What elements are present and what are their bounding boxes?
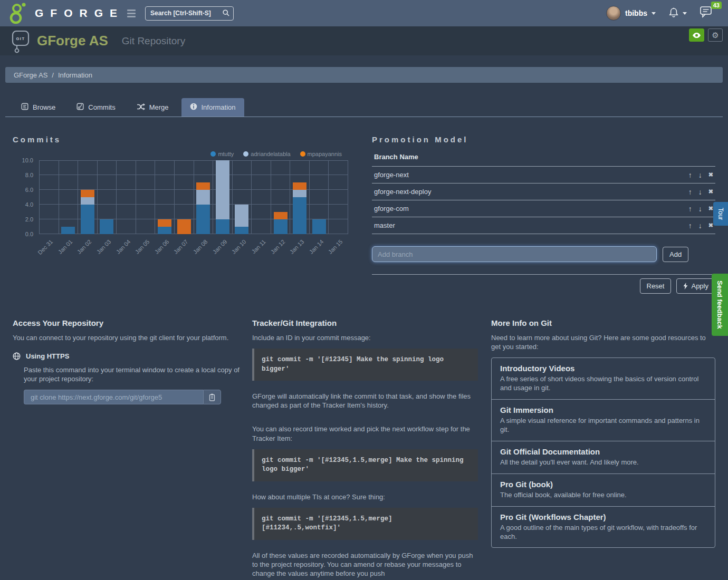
bar-segment-adriandelatabla xyxy=(235,205,248,227)
reset-button[interactable]: Reset xyxy=(640,278,672,294)
bar-segment-mpapayannis xyxy=(158,219,171,227)
remove-branch-icon[interactable]: ✖ xyxy=(708,172,713,178)
tab-label: Commits xyxy=(88,103,115,111)
tab-browse[interactable]: Browse xyxy=(13,98,64,117)
code-block-time-workflow: git commit -m '[#12345,1.5,merge] Make t… xyxy=(252,449,478,481)
avatar xyxy=(606,6,621,21)
hamburger-menu-icon[interactable] xyxy=(125,7,138,20)
tracker-git-section: Tracker/Git Integration Include an ID in… xyxy=(252,318,478,580)
remove-branch-icon[interactable]: ✖ xyxy=(708,189,713,195)
bar-segment-mtutty xyxy=(196,205,210,234)
move-down-icon[interactable]: ↓ xyxy=(698,171,702,179)
information-tab-icon xyxy=(190,103,197,112)
bar-stack xyxy=(158,219,171,234)
settings-button[interactable]: ⚙ xyxy=(708,28,723,42)
move-up-icon[interactable]: ↑ xyxy=(688,171,692,179)
bar-stack xyxy=(293,182,306,234)
apply-button[interactable]: Apply xyxy=(676,278,715,294)
breadcrumb: GForge AS / Information xyxy=(5,67,723,83)
tab-label: Merge xyxy=(149,103,169,111)
access-title: Access Your Repository xyxy=(13,318,243,327)
move-up-icon[interactable]: ↑ xyxy=(688,205,692,212)
tour-tab[interactable]: Tour xyxy=(713,202,728,226)
gforge-logo[interactable]: GFORGE xyxy=(8,2,124,25)
move-down-icon[interactable]: ↓ xyxy=(698,222,702,229)
x-tick-label: Jan 13 xyxy=(289,238,305,255)
x-tick-label: Jan 04 xyxy=(114,238,131,255)
bar-segment-mpapayannis xyxy=(293,182,306,190)
git-resource-link[interactable]: Introductory VideosA free series of shor… xyxy=(492,358,715,399)
clone-command-input[interactable] xyxy=(24,390,203,404)
move-down-icon[interactable]: ↓ xyxy=(698,188,702,196)
move-down-icon[interactable]: ↓ xyxy=(698,205,702,212)
code-block-multiple-tis: git commit -m '[#12345,1.5,merge] [#1123… xyxy=(252,508,478,540)
branch-name: gforge-next-deploy xyxy=(374,188,431,196)
chart-column xyxy=(252,160,271,234)
more-info-section: More Info on Git Need to learn more abou… xyxy=(491,318,715,580)
tab-merge[interactable]: Merge xyxy=(128,98,177,117)
bar-stack xyxy=(81,190,94,234)
tab-information[interactable]: Information xyxy=(181,98,244,117)
branch-actions: ↑↓✖ xyxy=(688,222,713,229)
bar-segment-mtutty xyxy=(158,227,171,234)
send-feedback-tab[interactable]: Send feedback xyxy=(712,274,728,336)
remove-branch-icon[interactable]: ✖ xyxy=(708,206,713,211)
bar-stack xyxy=(235,205,248,234)
git-resource-link[interactable]: Pro Git (book)The official book, availab… xyxy=(492,473,715,506)
x-tick-label: Jan 11 xyxy=(250,238,266,255)
chat-menu[interactable]: 43 xyxy=(700,5,714,21)
legend-item: adriandelatabla xyxy=(243,151,290,157)
git-resource-link[interactable]: Git Official DocumentationAll the detail… xyxy=(492,441,715,473)
brand-text: GFORGE xyxy=(35,7,124,20)
chart-column xyxy=(98,160,117,234)
tracker-title: Tracker/Git Integration xyxy=(252,318,478,327)
y-tick-label: 6.0 xyxy=(13,187,36,193)
git-resource-link[interactable]: Git ImmersionA simple visual reference f… xyxy=(492,399,715,441)
legend-dot xyxy=(243,151,248,157)
breadcrumb-project-link[interactable]: GForge AS xyxy=(14,71,47,79)
commits-chart: 0.02.04.06.08.010.0 Dec 31Jan 01Jan 02Ja… xyxy=(13,160,348,262)
https-description: Paste this command into your terminal wi… xyxy=(24,365,243,383)
resource-description: A good outline of the main types of git … xyxy=(500,524,706,542)
code-block-commit-id: git commit -m '[#12345] Make the spinnin… xyxy=(252,349,478,381)
x-tick-label: Jan 08 xyxy=(192,238,209,255)
chart-column xyxy=(175,160,194,234)
chat-unread-badge: 43 xyxy=(711,2,722,9)
legend-dot xyxy=(210,151,216,157)
tab-commits[interactable]: Commits xyxy=(68,98,123,117)
copy-to-clipboard-button[interactable] xyxy=(203,390,221,404)
resource-title: Git Immersion xyxy=(500,405,706,414)
using-https-label: Using HTTPS xyxy=(26,352,69,360)
tab-underline xyxy=(5,117,723,117)
bell-icon xyxy=(668,7,679,19)
bar-segment-mtutty xyxy=(293,197,306,234)
move-up-icon[interactable]: ↑ xyxy=(688,222,692,229)
add-branch-button[interactable]: Add xyxy=(663,247,688,262)
chart-column xyxy=(136,160,156,234)
x-tick-label: Jan 09 xyxy=(211,238,228,255)
remove-branch-icon[interactable]: ✖ xyxy=(708,223,713,228)
user-menu[interactable]: tbibbs xyxy=(606,6,656,21)
search-input[interactable] xyxy=(145,6,234,21)
branch-name: master xyxy=(374,221,395,229)
chart-column xyxy=(155,160,175,234)
bar-stack xyxy=(100,219,113,234)
global-search xyxy=(145,6,234,21)
add-branch-row: Add xyxy=(372,246,715,262)
notifications-menu[interactable] xyxy=(668,7,687,19)
watch-button[interactable] xyxy=(689,28,704,42)
chart-column xyxy=(117,160,136,234)
y-tick-label: 0.0 xyxy=(13,231,36,237)
move-up-icon[interactable]: ↑ xyxy=(688,188,692,196)
chart-column xyxy=(290,160,310,234)
chart-column xyxy=(40,160,59,234)
add-branch-input[interactable] xyxy=(372,246,657,262)
commits-title: Commits xyxy=(13,135,348,144)
bar-segment-mtutty xyxy=(235,227,248,234)
git-resource-link[interactable]: Pro Git (Workflows Chapter)A good outlin… xyxy=(492,506,715,548)
clone-command-group xyxy=(24,390,221,404)
bar-segment-adriandelatabla xyxy=(196,190,210,205)
tab-label: Information xyxy=(202,103,236,111)
lightning-bolt-icon xyxy=(683,283,688,289)
bar-stack xyxy=(274,212,288,234)
